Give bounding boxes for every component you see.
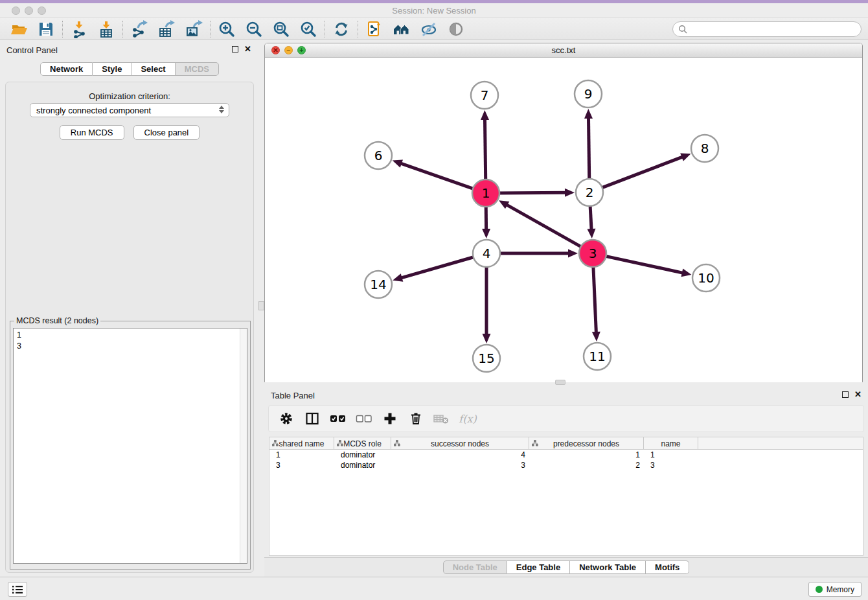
edge-2-8[interactable]: [600, 157, 683, 189]
function-builder-icon[interactable]: f(x): [459, 410, 476, 427]
column-header-name[interactable]: name: [644, 437, 698, 450]
import-network-icon[interactable]: [65, 19, 93, 39]
edge-arrowhead: [483, 334, 491, 343]
zoom-selected-icon[interactable]: [295, 19, 322, 39]
edge-2-3[interactable]: [590, 204, 591, 230]
tab-node-table[interactable]: Node Table: [443, 560, 507, 574]
toolbar-separator: [122, 21, 123, 38]
zoom-in-icon[interactable]: [213, 19, 240, 39]
table-cell: 4: [391, 450, 529, 460]
tab-network[interactable]: Network: [40, 62, 93, 76]
close-panel-icon[interactable]: ✕: [244, 45, 251, 53]
status-bar: Memory: [0, 577, 868, 600]
open-file-icon[interactable]: [5, 19, 32, 39]
hide-selected-icon[interactable]: [415, 19, 442, 39]
tab-select[interactable]: Select: [131, 62, 175, 76]
delete-table-icon[interactable]: [433, 410, 450, 427]
apply-layout-icon[interactable]: [328, 19, 355, 39]
save-session-icon[interactable]: [32, 19, 60, 39]
float-panel-icon[interactable]: [232, 46, 238, 52]
zoom-fit-icon[interactable]: [268, 19, 295, 39]
edge-arrowhead: [592, 332, 600, 341]
network-titlebar[interactable]: ✕ − + scc.txt: [265, 43, 862, 58]
toolbar-separator: [210, 21, 211, 38]
export-network-icon[interactable]: [126, 19, 153, 39]
node-label-14: 14: [370, 277, 386, 292]
table-tabs-bar: Node TableEdge TableNetwork TableMotifs: [264, 557, 868, 577]
column-header-predecessor-nodes[interactable]: predecessor nodes: [529, 437, 644, 450]
edge-1-2[interactable]: [497, 192, 566, 193]
network-graph[interactable]: 1234678910111415: [265, 58, 862, 382]
result-scrollbar[interactable]: [240, 329, 247, 563]
table-close-icon[interactable]: ✕: [854, 390, 862, 398]
show-columns-icon[interactable]: [304, 410, 321, 427]
node-table: shared nameMCDS rolesuccessor nodesprede…: [269, 437, 863, 556]
node-label-11: 11: [589, 349, 605, 364]
table-row[interactable]: 1dominator411: [269, 450, 863, 460]
delete-table-glyph: [433, 411, 450, 426]
edge-arrowhead: [568, 249, 578, 258]
show-graphics-details-icon[interactable]: [442, 19, 470, 39]
edge-3-10[interactable]: [604, 256, 683, 273]
mcds-result-area[interactable]: 1 3: [13, 328, 247, 564]
select-all-columns-icon[interactable]: [330, 410, 347, 427]
column-header-successor-nodes[interactable]: successor nodes: [391, 437, 529, 450]
table-row[interactable]: 3dominator323: [269, 460, 863, 470]
tab-network-table[interactable]: Network Table: [570, 560, 646, 574]
edge-arrowhead: [680, 153, 691, 161]
toolbar-separator: [325, 21, 325, 38]
edge-1-6[interactable]: [400, 163, 475, 189]
tab-style[interactable]: Style: [93, 62, 131, 76]
node-label-9: 9: [584, 86, 593, 102]
delete-columns-icon[interactable]: [407, 410, 424, 427]
vertical-splitter-grip[interactable]: [258, 301, 264, 310]
fx-label: f(x): [459, 413, 476, 425]
run-mcds-button[interactable]: Run MCDS: [60, 125, 124, 140]
close-panel-button[interactable]: Close panel: [133, 125, 200, 140]
edge-3-1[interactable]: [506, 205, 582, 248]
table-options-icon[interactable]: [278, 410, 295, 427]
table-cell: 1: [644, 450, 698, 460]
horizontal-splitter-grip[interactable]: [555, 380, 565, 385]
mcds-result-text: 1 3: [14, 329, 247, 353]
table-panel: Table Panel ✕: [264, 386, 868, 577]
add-column-icon[interactable]: [382, 410, 398, 427]
zoom-selected-glyph: [299, 20, 317, 38]
node-label-6: 6: [374, 148, 383, 163]
first-neighbors-icon[interactable]: [388, 19, 415, 39]
zoom-out-icon[interactable]: [240, 19, 268, 39]
edge-3-11[interactable]: [593, 265, 597, 333]
criterion-select[interactable]: strongly connected component: [30, 103, 229, 117]
column-header-MCDS-role[interactable]: MCDS role: [334, 437, 391, 450]
export-table-icon[interactable]: [153, 19, 180, 39]
tab-edge-table[interactable]: Edge Table: [507, 560, 570, 574]
floppy-icon: [37, 20, 55, 38]
export-image-glyph: [185, 20, 203, 38]
memory-button[interactable]: Memory: [808, 582, 862, 597]
export-network-glyph: [130, 20, 148, 38]
zoom-in-glyph: [218, 20, 236, 38]
edge-4-14[interactable]: [401, 257, 475, 278]
edge-arrowhead: [681, 269, 691, 277]
edge-1-7[interactable]: [485, 119, 485, 181]
edge-2-9[interactable]: [588, 117, 589, 181]
table-float-icon[interactable]: [842, 391, 849, 398]
columns-glyph: [305, 411, 319, 426]
import-table-icon[interactable]: [93, 19, 120, 39]
duplicate-network-icon[interactable]: [361, 19, 388, 39]
checked-boxes-glyph: [330, 411, 347, 426]
edge-arrowhead: [584, 109, 593, 119]
tab-mcds[interactable]: MCDS: [176, 62, 219, 76]
table-cell: dominator: [334, 460, 391, 470]
task-history-button[interactable]: [8, 582, 27, 597]
tab-motifs[interactable]: Motifs: [646, 560, 689, 574]
table-cell: dominator: [334, 450, 391, 460]
unselect-all-columns-icon[interactable]: [356, 410, 372, 427]
node-label-8: 8: [701, 141, 709, 156]
export-image-icon[interactable]: [180, 19, 207, 39]
search-input[interactable]: [691, 25, 856, 34]
refresh-glyph: [332, 20, 350, 38]
zoom-fit-glyph: [272, 20, 290, 38]
column-header-shared-name[interactable]: shared name: [269, 437, 334, 450]
table-cell: 1: [529, 450, 644, 460]
